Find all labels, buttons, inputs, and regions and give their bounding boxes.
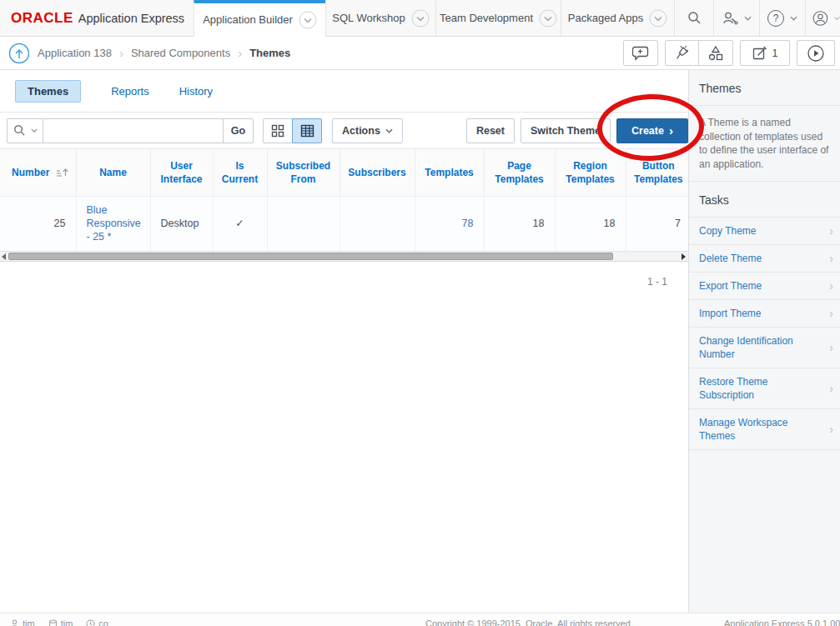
breadcrumb-separator: › [238, 46, 242, 60]
help-menu-button[interactable]: ? [759, 0, 805, 37]
report-view-icon [300, 124, 314, 138]
cell-region-templates: 18 [555, 197, 626, 251]
edit-page-button[interactable]: 1 [740, 40, 790, 66]
nav-tab-packaged-apps[interactable]: Packaged Apps [561, 0, 674, 37]
task-label: Change Identification Number [699, 334, 829, 361]
table-header-row: Number Name User Interface Is Current Su… [0, 149, 688, 197]
task-import-theme[interactable]: Import Theme › [689, 300, 840, 328]
global-search-button[interactable] [674, 0, 713, 37]
up-level-icon[interactable] [8, 43, 30, 64]
column-label: Subscribed From [276, 160, 330, 185]
cell-number: 25 [0, 197, 76, 251]
column-header-subscribers[interactable]: Subscribers [340, 149, 415, 197]
apex-themes-page: ORACLE Application Express Application B… [0, 0, 840, 626]
search-column-dropdown[interactable] [7, 118, 43, 143]
nav-tab-application-builder[interactable]: Application Builder [194, 0, 325, 37]
right-sidebar: Themes A Theme is a named collection of … [688, 70, 840, 613]
sort-ascending-icon [56, 167, 69, 178]
cell-subscribed-from [267, 197, 340, 251]
search-icon [13, 124, 26, 137]
column-header-page-templates[interactable]: Page Templates [484, 149, 555, 197]
reset-button[interactable]: Reset [466, 118, 515, 143]
tab-reports[interactable]: Reports [111, 85, 149, 98]
edit-page-icon [752, 46, 767, 61]
task-delete-theme[interactable]: Delete Theme › [689, 245, 840, 273]
icon-view-button[interactable] [263, 118, 293, 143]
breadcrumb-shared-components[interactable]: Shared Components [131, 47, 230, 59]
column-header-user-interface[interactable]: User Interface [150, 149, 213, 197]
chevron-down-circle-icon[interactable] [411, 9, 430, 28]
theme-name-link[interactable]: Blue Responsive - 25 * [87, 204, 141, 243]
column-label: Number [12, 167, 49, 178]
breadcrumb-application[interactable]: Application 138 [38, 47, 112, 59]
chevron-right-icon: › [829, 341, 833, 354]
nav-tab-sql-workshop[interactable]: SQL Workshop [325, 0, 435, 37]
tab-themes[interactable]: Themes [15, 80, 81, 103]
task-label: Copy Theme [699, 224, 829, 238]
view-toggle-group [263, 118, 322, 143]
column-header-name[interactable]: Name [76, 149, 150, 197]
administration-menu-button[interactable] [713, 0, 759, 37]
create-button[interactable]: Create › [616, 118, 688, 143]
chevron-down-icon [385, 128, 393, 133]
oracle-wordmark: ORACLE [11, 10, 73, 27]
column-label: Is Current [222, 160, 258, 185]
report-view-button[interactable] [292, 118, 322, 143]
scroll-right-arrow-icon[interactable] [682, 253, 686, 260]
page-tabs: Themes Reports History [0, 70, 688, 112]
column-header-region-templates[interactable]: Region Templates [555, 149, 626, 197]
tasks-title: Tasks [689, 182, 840, 218]
task-restore-theme-subscription[interactable]: Restore Theme Subscription › [689, 368, 840, 409]
feedback-bubble-icon [632, 46, 649, 61]
column-header-is-current[interactable]: Is Current [213, 149, 267, 197]
footer-user-name: tim [23, 618, 35, 626]
task-label: Delete Theme [699, 252, 829, 265]
footer-elapsed: co [86, 618, 108, 626]
chevron-right-icon: › [829, 307, 833, 320]
column-header-subscribed-from[interactable]: Subscribed From [267, 149, 340, 197]
cell-user-interface: Desktop [150, 197, 213, 251]
go-button[interactable]: Go [223, 118, 254, 143]
sidebar-title: Themes [689, 70, 840, 106]
task-copy-theme[interactable]: Copy Theme › [689, 218, 840, 245]
scroll-left-arrow-icon[interactable] [2, 253, 6, 260]
chevron-down-icon [834, 16, 840, 21]
chevron-right-icon: › [829, 279, 833, 293]
chevron-down-icon [790, 16, 797, 21]
horizontal-scrollbar[interactable] [0, 251, 688, 262]
task-manage-workspace-themes[interactable]: Manage Workspace Themes › [689, 409, 840, 450]
search-input[interactable] [43, 118, 224, 143]
task-label: Export Theme [699, 279, 829, 293]
search-icon [687, 11, 702, 25]
chevron-down-circle-icon[interactable] [649, 9, 667, 28]
task-change-identification-number[interactable]: Change Identification Number › [689, 328, 840, 368]
user-account-menu-button[interactable] [805, 0, 840, 37]
column-label: Button Templates [634, 160, 682, 185]
chevron-down-circle-icon[interactable] [299, 11, 317, 29]
help-icon: ? [767, 10, 784, 27]
chevron-right-icon: › [829, 224, 833, 238]
scrollbar-thumb[interactable] [8, 253, 613, 260]
chevron-down-circle-icon[interactable] [539, 9, 557, 28]
run-application-button[interactable] [797, 40, 835, 66]
column-header-number[interactable]: Number [0, 149, 76, 197]
flashlight-icon [674, 45, 690, 61]
column-header-templates[interactable]: Templates [415, 149, 484, 197]
cell-name: Blue Responsive - 25 * [76, 197, 150, 251]
report-toolbar: Go Actions Reset Switch Theme Create [0, 112, 688, 148]
footer-user: tim [10, 618, 35, 626]
templates-count-link[interactable]: 78 [462, 218, 474, 229]
actions-menu-button[interactable]: Actions [332, 118, 403, 143]
feedback-button[interactable] [623, 40, 658, 66]
nav-tab-team-development[interactable]: Team Development [435, 0, 561, 37]
theme-roller-button[interactable] [665, 40, 699, 66]
column-header-button-templates[interactable]: Button Templates [626, 149, 688, 197]
shared-components-button[interactable] [698, 40, 733, 66]
themes-report-table: Number Name User Interface Is Current Su… [0, 148, 688, 251]
create-label: Create [631, 125, 664, 137]
switch-theme-button[interactable]: Switch Theme [521, 118, 611, 143]
task-export-theme[interactable]: Export Theme › [689, 273, 840, 300]
tab-history[interactable]: History [179, 85, 213, 98]
column-label: User Interface [160, 160, 202, 185]
top-navigation-bar: ORACLE Application Express Application B… [0, 0, 840, 37]
